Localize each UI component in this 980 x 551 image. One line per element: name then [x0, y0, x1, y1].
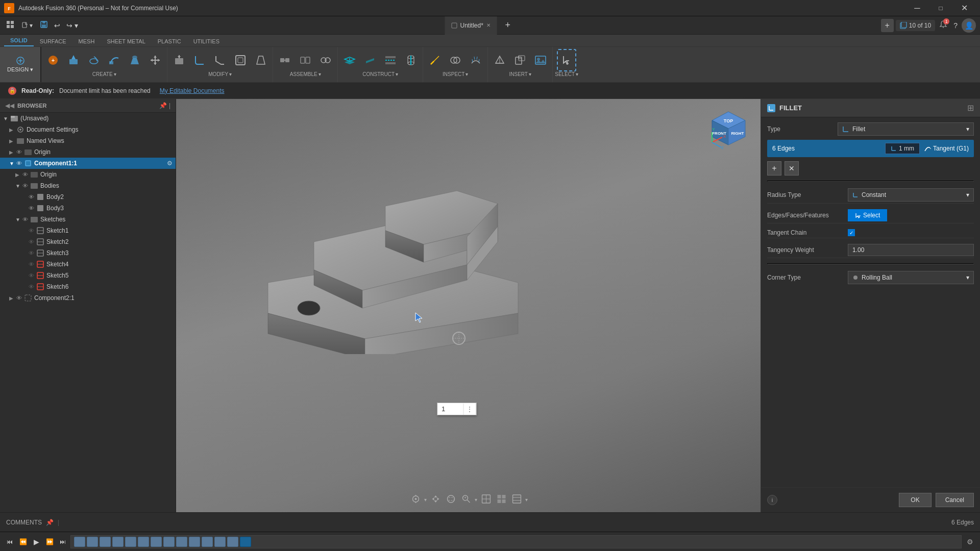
fillet-button[interactable] — [190, 49, 209, 71]
loft-button[interactable] — [125, 49, 144, 71]
press-pull-button[interactable] — [169, 49, 189, 71]
fillet-value-input[interactable] — [437, 403, 463, 415]
type-dropdown[interactable]: Fillet ▾ — [838, 122, 974, 136]
orbit-viewport-button[interactable] — [444, 492, 457, 507]
timeline-step-9[interactable] — [176, 537, 187, 547]
inspect-label[interactable]: INSPECT ▾ — [443, 71, 468, 77]
pin-comments-button[interactable]: 📌 — [46, 519, 54, 526]
ok-button[interactable]: OK — [899, 493, 931, 507]
timeline-prev-button[interactable]: ⏪ — [17, 536, 29, 547]
contact-sets-button[interactable] — [316, 49, 335, 71]
new-component-button[interactable]: + — [43, 49, 63, 71]
insert-mesh-button[interactable] — [490, 49, 509, 71]
joint-button[interactable] — [275, 49, 295, 71]
timeline-step-13[interactable] — [227, 537, 238, 547]
viewport[interactable]: ⋮ TOP FRONT RIGHT — [176, 99, 761, 512]
redo-button[interactable]: ↪ ▾ — [64, 19, 80, 32]
model-input-menu-button[interactable]: ⋮ — [463, 404, 476, 415]
move-button[interactable] — [145, 49, 165, 71]
tangent-chain-checkbox[interactable]: ✓ — [848, 229, 855, 236]
file-button[interactable]: ▾ — [18, 20, 36, 31]
add-fillet-button[interactable]: + — [767, 161, 781, 176]
plane-at-angle-button[interactable] — [360, 49, 380, 71]
curvature-comb-button[interactable] — [466, 49, 485, 71]
tab-close-icon[interactable]: ✕ — [486, 22, 491, 28]
orbit-handle[interactable] — [452, 331, 466, 347]
pan-button[interactable] — [429, 492, 442, 507]
insert-svg-button[interactable] — [510, 49, 530, 71]
nav-cube[interactable]: TOP FRONT RIGHT X Y Z — [707, 109, 750, 153]
tab-sheet-metal[interactable]: SHEET METAL — [101, 36, 151, 46]
measure-button[interactable] — [425, 49, 445, 71]
tree-item-root[interactable]: ▼ (Unsaved) — [0, 113, 176, 124]
radius-type-dropdown[interactable]: Constant ▾ — [848, 188, 974, 202]
snap-button[interactable] — [409, 492, 422, 507]
timeline-settings-button[interactable]: ⚙ — [964, 536, 976, 548]
tab-untitled[interactable]: Untitled* ✕ — [445, 16, 497, 35]
revolve-button[interactable] — [84, 49, 104, 71]
draft-button[interactable] — [251, 49, 271, 71]
design-dropdown-button[interactable]: DESIGN ▾ — [0, 47, 41, 82]
tree-item-named-views[interactable]: ▶ Named Views — [0, 135, 176, 146]
modify-label[interactable]: MODIFY ▾ — [208, 71, 232, 77]
fillet-panel-expand[interactable]: ⊞ — [967, 103, 974, 113]
pin-browser-button[interactable]: 📌 — [159, 102, 167, 109]
timeline-step-2[interactable] — [87, 537, 98, 547]
zoom-button[interactable]: + — [459, 492, 473, 507]
minimize-button[interactable]: ─ — [905, 0, 929, 16]
tree-item-sketch4[interactable]: 👁 Sketch4 — [0, 259, 176, 270]
tab-surface[interactable]: SURFACE — [34, 36, 72, 46]
timeline-step-14[interactable] — [240, 537, 251, 547]
insert-canvas-button[interactable] — [531, 49, 550, 71]
timeline-step-7[interactable] — [151, 537, 162, 547]
create-label[interactable]: CREATE ▾ — [92, 71, 116, 77]
insert-label[interactable]: INSERT ▾ — [509, 71, 531, 77]
model-input-box[interactable]: ⋮ — [437, 403, 476, 415]
sweep-button[interactable] — [105, 49, 124, 71]
tree-item-body3[interactable]: ▶ 👁 Body3 — [0, 203, 176, 214]
cancel-button[interactable]: Cancel — [936, 493, 974, 507]
maximize-button[interactable]: □ — [929, 0, 952, 16]
axis-cylinder-button[interactable] — [401, 49, 421, 71]
timeline-step-11[interactable] — [202, 537, 213, 547]
timeline-step-10[interactable] — [189, 537, 200, 547]
timeline-next-button[interactable]: ⏩ — [44, 536, 55, 547]
tree-item-component1[interactable]: ▼ 👁 Component1:1 ⚙ — [0, 158, 176, 169]
interference-button[interactable] — [446, 49, 465, 71]
new-tab-button[interactable]: + — [499, 17, 517, 34]
tree-item-sketch5[interactable]: 👁 Sketch5 — [0, 270, 176, 281]
browser-menu-button[interactable]: | — [169, 102, 170, 109]
info-button[interactable]: i — [767, 495, 777, 505]
asbuilt-joint-button[interactable] — [296, 49, 315, 71]
tree-item-sketches[interactable]: ▼ 👁 Sketches — [0, 214, 176, 225]
tab-solid[interactable]: SOLID — [4, 35, 34, 46]
tree-item-bodies[interactable]: ▼ 👁 Bodies — [0, 180, 176, 191]
add-document-button[interactable]: + — [881, 19, 894, 32]
tree-item-origin[interactable]: ▶ 👁 Origin — [0, 146, 176, 158]
select-edges-button[interactable]: Select — [848, 209, 887, 221]
select-button[interactable] — [557, 49, 576, 71]
view-mode-button[interactable] — [479, 492, 493, 507]
tangency-weight-input[interactable] — [848, 244, 974, 256]
grid-button[interactable] — [4, 18, 16, 32]
timeline-step-6[interactable] — [138, 537, 149, 547]
timeline-step-4[interactable] — [112, 537, 124, 547]
extrude-button[interactable] — [64, 49, 83, 71]
tree-item-component2[interactable]: ▶ 👁 Component2:1 — [0, 292, 176, 304]
tree-item-sketch2[interactable]: 👁 Sketch2 — [0, 236, 176, 247]
assemble-label[interactable]: ASSEMBLE ▾ — [290, 71, 321, 77]
tree-item-body2[interactable]: ▶ 👁 Body2 — [0, 191, 176, 203]
timeline-rewind-button[interactable]: ⏮ — [4, 536, 15, 547]
construct-label[interactable]: CONSTRUCT ▾ — [362, 71, 398, 77]
component1-settings[interactable]: ⚙ — [167, 160, 173, 167]
timeline-play-button[interactable]: ▶ — [31, 536, 42, 547]
close-button[interactable]: ✕ — [952, 0, 976, 16]
timeline-end-button[interactable]: ⏭ — [57, 536, 68, 547]
tab-plastic[interactable]: PLASTIC — [152, 36, 187, 46]
midplane-button[interactable] — [381, 49, 400, 71]
undo-button[interactable]: ↩ — [52, 19, 62, 32]
edges-value-box[interactable]: 1 mm — [885, 143, 920, 154]
timeline-step-3[interactable] — [100, 537, 111, 547]
timeline-step-1[interactable] — [74, 537, 85, 547]
grid-view-button[interactable] — [495, 492, 508, 507]
